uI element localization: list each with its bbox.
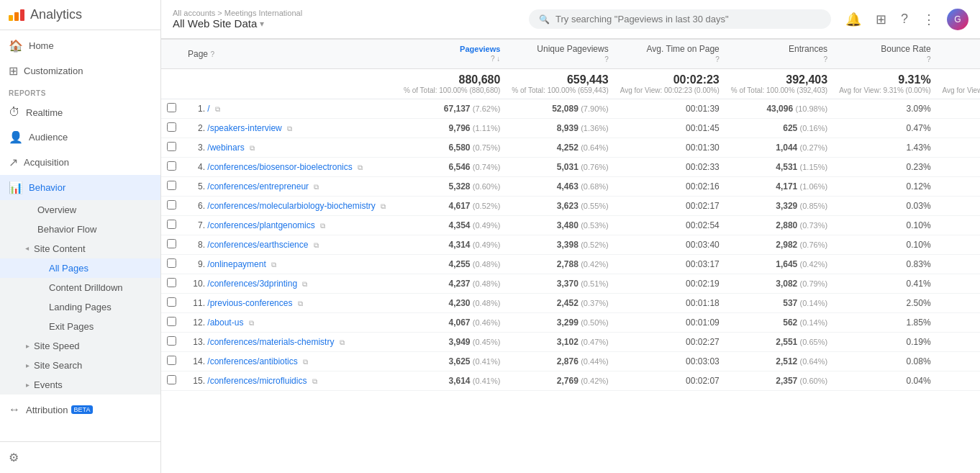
external-link-icon[interactable]: ⧉ (303, 358, 308, 366)
row-checkbox[interactable] (161, 99, 182, 119)
external-link-icon[interactable]: ⧉ (271, 261, 276, 269)
row-select-checkbox[interactable] (167, 278, 176, 287)
row-select-checkbox[interactable] (167, 336, 176, 346)
row-select-checkbox[interactable] (167, 375, 176, 384)
row-pageviews-value: 9,796 (448, 123, 470, 133)
row-checkbox[interactable] (161, 352, 182, 371)
col-bounce-rate[interactable]: Bounce Rate ? (833, 40, 936, 69)
row-checkbox[interactable] (161, 177, 182, 197)
row-select-checkbox[interactable] (167, 356, 176, 365)
more-icon[interactable]: ⋮ (920, 9, 938, 30)
page-link[interactable]: /webinars (207, 143, 244, 153)
row-select-checkbox[interactable] (167, 103, 176, 112)
row-select-checkbox[interactable] (167, 122, 176, 132)
row-checkbox[interactable] (161, 274, 182, 294)
sidebar-item-behavior-flow[interactable]: Behavior Flow (0, 220, 160, 239)
row-checkbox[interactable] (161, 138, 182, 158)
page-link[interactable]: /conferences/antibiotics (207, 356, 297, 366)
row-select-checkbox[interactable] (167, 220, 176, 229)
page-link[interactable]: /conferences/earthscience (207, 240, 308, 250)
sidebar-item-site-content-expand[interactable]: ▾ Site Content (0, 239, 160, 258)
page-link[interactable]: /conferences/molecularbiology-biochemist… (207, 201, 375, 211)
row-checkbox[interactable] (161, 235, 182, 255)
external-link-icon[interactable]: ⧉ (314, 183, 319, 191)
row-checkbox[interactable] (161, 313, 182, 333)
total-time-value: 00:02:23 (620, 73, 720, 86)
col-unique-pageviews[interactable]: Unique Pageviews ? (506, 40, 614, 69)
sidebar-item-exit-pages[interactable]: Exit Pages (0, 317, 160, 336)
external-link-icon[interactable]: ⧉ (250, 144, 255, 152)
sidebar-item-behavior[interactable]: 📊 Behavior (0, 175, 160, 200)
sidebar-item-home[interactable]: 🏠 Home (0, 33, 160, 58)
external-link-icon[interactable]: ⧉ (314, 241, 319, 249)
sidebar-item-audience[interactable]: 👤 Audience (0, 125, 160, 150)
page-link[interactable]: /conferences/entrepreneur (207, 181, 309, 192)
row-checkbox[interactable] (161, 255, 182, 274)
external-link-icon[interactable]: ⧉ (340, 338, 345, 346)
external-link-icon[interactable]: ⧉ (381, 202, 386, 210)
sidebar-item-customization[interactable]: ⊞ Customization (0, 58, 160, 84)
sidebar-item-all-pages[interactable]: All Pages (0, 258, 160, 278)
page-link[interactable]: /conferences/microfluidics (207, 376, 307, 386)
account-selector[interactable]: All Web Site Data ▾ (173, 17, 517, 30)
row-checkbox[interactable] (161, 216, 182, 235)
apps-icon[interactable]: ⊞ (873, 9, 889, 30)
search-bar[interactable]: 🔍 (529, 9, 831, 29)
col-avg-time[interactable]: Avg. Time on Page ? (614, 40, 725, 69)
page-link[interactable]: /conferences/plantgenomics (207, 220, 314, 230)
page-link[interactable]: /conferences/materials-chemistry (207, 337, 334, 347)
page-link[interactable]: /conferences/3dprinting (207, 279, 297, 289)
table-body: 880,680 % of Total: 100.00% (880,680) 65… (161, 69, 980, 391)
external-link-icon[interactable]: ⧉ (215, 105, 220, 113)
page-link[interactable]: /speakers-interview (207, 123, 281, 133)
sidebar-item-attribution[interactable]: ↔ Attribution BETA (0, 397, 160, 422)
sidebar-item-overview[interactable]: Overview (0, 200, 160, 220)
col-pct-exit[interactable]: % Exit ? (937, 40, 980, 69)
sidebar-item-events-expand[interactable]: ▸ Events (0, 375, 160, 395)
help-icon[interactable]: ? (898, 9, 911, 30)
sidebar-item-acquisition[interactable]: ↗ Acquisition (0, 150, 160, 175)
row-unique-pageviews: 5,031 (0.76%) (506, 158, 614, 177)
notifications-icon[interactable]: 🔔 (843, 9, 864, 30)
acquisition-icon: ↗ (9, 156, 18, 169)
col-page[interactable]: Page ? (182, 40, 398, 69)
row-select-checkbox[interactable] (167, 161, 176, 171)
row-checkbox[interactable] (161, 158, 182, 177)
col-entrances[interactable]: Entrances ? (725, 40, 833, 69)
row-checkbox[interactable] (161, 197, 182, 216)
external-link-icon[interactable]: ⧉ (287, 125, 292, 132)
page-link[interactable]: / (207, 104, 209, 114)
col-pageviews[interactable]: Pageviews ? ↓ (398, 40, 506, 69)
sidebar-item-content-drilldown[interactable]: Content Drilldown (0, 278, 160, 297)
row-select-checkbox[interactable] (167, 258, 176, 268)
external-link-icon[interactable]: ⧉ (249, 319, 254, 327)
sidebar-item-site-search-expand[interactable]: ▸ Site Search (0, 356, 160, 375)
row-number: 13. (188, 337, 205, 347)
page-link[interactable]: /previous-conferences (207, 298, 292, 308)
sidebar-item-realtime[interactable]: ⏱ Realtime (0, 100, 160, 125)
row-checkbox[interactable] (161, 294, 182, 313)
page-link[interactable]: /onlinepayment (207, 259, 266, 269)
avatar[interactable]: G (947, 9, 968, 30)
sidebar-item-settings[interactable]: ⚙ (0, 445, 160, 470)
row-pageviews-value: 6,546 (448, 162, 470, 172)
row-select-checkbox[interactable] (167, 317, 176, 326)
row-checkbox[interactable] (161, 333, 182, 352)
page-link[interactable]: /conferences/biosensor-bioelectronics (207, 162, 352, 172)
sidebar-item-site-speed-expand[interactable]: ▸ Site Speed (0, 336, 160, 356)
external-link-icon[interactable]: ⧉ (358, 163, 363, 171)
row-select-checkbox[interactable] (167, 142, 176, 151)
external-link-icon[interactable]: ⧉ (302, 280, 307, 288)
search-input[interactable] (555, 14, 821, 24)
external-link-icon[interactable]: ⧉ (320, 222, 325, 230)
external-link-icon[interactable]: ⧉ (298, 299, 303, 307)
row-select-checkbox[interactable] (167, 297, 176, 307)
row-select-checkbox[interactable] (167, 181, 176, 190)
external-link-icon[interactable]: ⧉ (312, 377, 317, 385)
sidebar-item-landing-pages[interactable]: Landing Pages (0, 297, 160, 317)
row-checkbox[interactable] (161, 371, 182, 391)
page-link[interactable]: /about-us (207, 317, 243, 328)
row-checkbox[interactable] (161, 119, 182, 138)
row-select-checkbox[interactable] (167, 200, 176, 210)
row-select-checkbox[interactable] (167, 239, 176, 248)
